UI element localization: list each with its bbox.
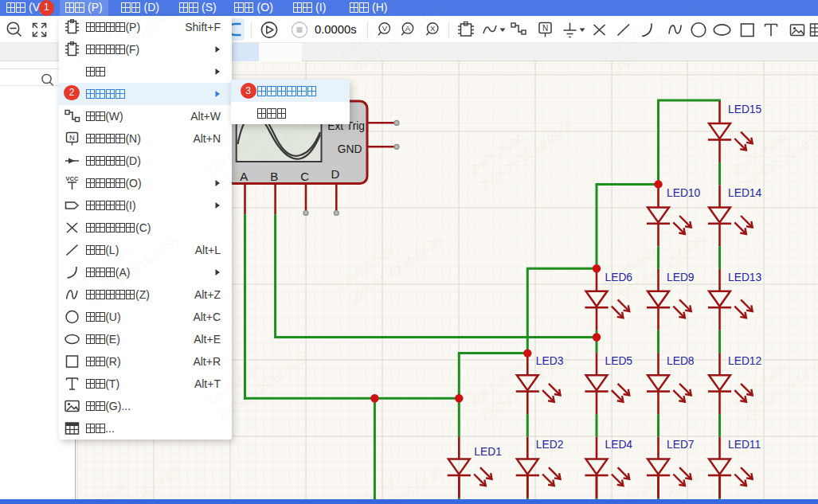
svg-text:VCC: VCC (65, 175, 78, 182)
svg-text:LED4: LED4 (605, 439, 633, 451)
svg-text:LED13: LED13 (728, 272, 762, 283)
svg-text:LED14: LED14 (728, 187, 762, 199)
svg-text:C: C (300, 170, 309, 183)
svg-text:D: D (331, 167, 339, 181)
svg-text:B: B (270, 170, 278, 183)
svg-text:LED8: LED8 (667, 355, 695, 367)
svg-text:X: X (430, 24, 436, 33)
svg-text:LED11: LED11 (728, 439, 761, 451)
svg-text:LED7: LED7 (667, 439, 695, 451)
svg-text:0.0000s: 0.0000s (315, 23, 357, 36)
svg-text:N: N (542, 24, 548, 33)
svg-text:LED10: LED10 (667, 187, 701, 199)
svg-text:A: A (405, 24, 411, 33)
svg-text:A: A (240, 170, 248, 183)
svg-text:LED12: LED12 (728, 355, 761, 367)
svg-text:LED1: LED1 (474, 446, 502, 458)
svg-text:V: V (382, 24, 388, 33)
svg-text:LED5: LED5 (605, 355, 633, 367)
svg-text:LED15: LED15 (728, 104, 762, 115)
svg-text:GND: GND (338, 143, 362, 155)
svg-text:LED2: LED2 (536, 439, 564, 451)
svg-text:N: N (69, 133, 75, 142)
svg-text:LED3: LED3 (536, 355, 564, 367)
svg-text:LED9: LED9 (667, 272, 695, 283)
svg-text:LED6: LED6 (605, 272, 633, 283)
